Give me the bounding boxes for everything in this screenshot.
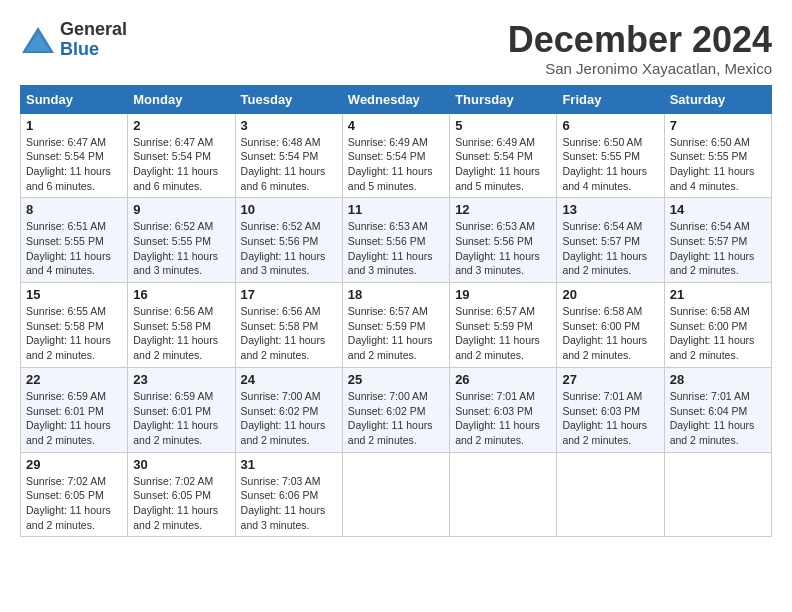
day-info: Sunrise: 7:00 AM Sunset: 6:02 PM Dayligh… [348,389,444,448]
table-row: 13 Sunrise: 6:54 AM Sunset: 5:57 PM Dayl… [557,198,664,283]
table-row: 18 Sunrise: 6:57 AM Sunset: 5:59 PM Dayl… [342,283,449,368]
day-info: Sunrise: 6:49 AM Sunset: 5:54 PM Dayligh… [455,135,551,194]
day-number: 5 [455,118,551,133]
table-row: 23 Sunrise: 6:59 AM Sunset: 6:01 PM Dayl… [128,367,235,452]
day-number: 1 [26,118,122,133]
day-info: Sunrise: 6:57 AM Sunset: 5:59 PM Dayligh… [348,304,444,363]
col-thursday: Thursday [450,85,557,113]
table-row: 12 Sunrise: 6:53 AM Sunset: 5:56 PM Dayl… [450,198,557,283]
table-row: 29 Sunrise: 7:02 AM Sunset: 6:05 PM Dayl… [21,452,128,537]
day-info: Sunrise: 6:54 AM Sunset: 5:57 PM Dayligh… [670,219,766,278]
calendar-row: 29 Sunrise: 7:02 AM Sunset: 6:05 PM Dayl… [21,452,772,537]
table-row: 20 Sunrise: 6:58 AM Sunset: 6:00 PM Dayl… [557,283,664,368]
col-wednesday: Wednesday [342,85,449,113]
day-number: 2 [133,118,229,133]
table-row: 11 Sunrise: 6:53 AM Sunset: 5:56 PM Dayl… [342,198,449,283]
day-info: Sunrise: 6:49 AM Sunset: 5:54 PM Dayligh… [348,135,444,194]
day-info: Sunrise: 6:59 AM Sunset: 6:01 PM Dayligh… [133,389,229,448]
day-info: Sunrise: 6:57 AM Sunset: 5:59 PM Dayligh… [455,304,551,363]
col-monday: Monday [128,85,235,113]
logo: General Blue [20,20,127,60]
day-info: Sunrise: 6:47 AM Sunset: 5:54 PM Dayligh… [133,135,229,194]
table-row: 22 Sunrise: 6:59 AM Sunset: 6:01 PM Dayl… [21,367,128,452]
table-row: 17 Sunrise: 6:56 AM Sunset: 5:58 PM Dayl… [235,283,342,368]
calendar-row: 22 Sunrise: 6:59 AM Sunset: 6:01 PM Dayl… [21,367,772,452]
day-info: Sunrise: 7:02 AM Sunset: 6:05 PM Dayligh… [26,474,122,533]
day-info: Sunrise: 6:50 AM Sunset: 5:55 PM Dayligh… [670,135,766,194]
day-info: Sunrise: 6:58 AM Sunset: 6:00 PM Dayligh… [670,304,766,363]
col-friday: Friday [557,85,664,113]
day-number: 30 [133,457,229,472]
col-saturday: Saturday [664,85,771,113]
day-number: 24 [241,372,337,387]
day-info: Sunrise: 7:01 AM Sunset: 6:03 PM Dayligh… [455,389,551,448]
day-info: Sunrise: 6:52 AM Sunset: 5:56 PM Dayligh… [241,219,337,278]
day-info: Sunrise: 6:56 AM Sunset: 5:58 PM Dayligh… [241,304,337,363]
table-row: 31 Sunrise: 7:03 AM Sunset: 6:06 PM Dayl… [235,452,342,537]
table-row [342,452,449,537]
day-number: 29 [26,457,122,472]
logo-icon [20,25,56,55]
day-number: 4 [348,118,444,133]
day-number: 27 [562,372,658,387]
table-row: 3 Sunrise: 6:48 AM Sunset: 5:54 PM Dayli… [235,113,342,198]
day-info: Sunrise: 6:53 AM Sunset: 5:56 PM Dayligh… [348,219,444,278]
day-number: 12 [455,202,551,217]
day-number: 19 [455,287,551,302]
day-info: Sunrise: 6:54 AM Sunset: 5:57 PM Dayligh… [562,219,658,278]
day-info: Sunrise: 7:01 AM Sunset: 6:03 PM Dayligh… [562,389,658,448]
day-number: 11 [348,202,444,217]
table-row: 30 Sunrise: 7:02 AM Sunset: 6:05 PM Dayl… [128,452,235,537]
day-number: 9 [133,202,229,217]
day-info: Sunrise: 6:51 AM Sunset: 5:55 PM Dayligh… [26,219,122,278]
logo-text: General Blue [60,20,127,60]
location: San Jeronimo Xayacatlan, Mexico [508,60,772,77]
day-info: Sunrise: 6:58 AM Sunset: 6:00 PM Dayligh… [562,304,658,363]
day-info: Sunrise: 6:55 AM Sunset: 5:58 PM Dayligh… [26,304,122,363]
day-info: Sunrise: 6:59 AM Sunset: 6:01 PM Dayligh… [26,389,122,448]
day-info: Sunrise: 6:56 AM Sunset: 5:58 PM Dayligh… [133,304,229,363]
day-info: Sunrise: 6:53 AM Sunset: 5:56 PM Dayligh… [455,219,551,278]
logo-blue: Blue [60,39,99,59]
day-number: 6 [562,118,658,133]
day-info: Sunrise: 6:47 AM Sunset: 5:54 PM Dayligh… [26,135,122,194]
day-number: 31 [241,457,337,472]
table-row [557,452,664,537]
day-info: Sunrise: 7:02 AM Sunset: 6:05 PM Dayligh… [133,474,229,533]
day-number: 22 [26,372,122,387]
day-number: 15 [26,287,122,302]
day-number: 16 [133,287,229,302]
calendar-row: 8 Sunrise: 6:51 AM Sunset: 5:55 PM Dayli… [21,198,772,283]
table-row: 7 Sunrise: 6:50 AM Sunset: 5:55 PM Dayli… [664,113,771,198]
day-number: 23 [133,372,229,387]
day-number: 3 [241,118,337,133]
day-number: 7 [670,118,766,133]
table-row: 4 Sunrise: 6:49 AM Sunset: 5:54 PM Dayli… [342,113,449,198]
month-title: December 2024 [508,20,772,60]
day-number: 21 [670,287,766,302]
table-row: 21 Sunrise: 6:58 AM Sunset: 6:00 PM Dayl… [664,283,771,368]
day-info: Sunrise: 7:01 AM Sunset: 6:04 PM Dayligh… [670,389,766,448]
table-row: 25 Sunrise: 7:00 AM Sunset: 6:02 PM Dayl… [342,367,449,452]
table-row: 26 Sunrise: 7:01 AM Sunset: 6:03 PM Dayl… [450,367,557,452]
table-row: 19 Sunrise: 6:57 AM Sunset: 5:59 PM Dayl… [450,283,557,368]
title-block: December 2024 San Jeronimo Xayacatlan, M… [508,20,772,77]
logo-general: General [60,19,127,39]
day-number: 8 [26,202,122,217]
table-row: 15 Sunrise: 6:55 AM Sunset: 5:58 PM Dayl… [21,283,128,368]
table-row: 14 Sunrise: 6:54 AM Sunset: 5:57 PM Dayl… [664,198,771,283]
calendar-row: 15 Sunrise: 6:55 AM Sunset: 5:58 PM Dayl… [21,283,772,368]
table-row [450,452,557,537]
day-number: 20 [562,287,658,302]
calendar-header-row: Sunday Monday Tuesday Wednesday Thursday… [21,85,772,113]
day-number: 10 [241,202,337,217]
day-number: 17 [241,287,337,302]
calendar-table: Sunday Monday Tuesday Wednesday Thursday… [20,85,772,538]
day-info: Sunrise: 6:50 AM Sunset: 5:55 PM Dayligh… [562,135,658,194]
col-tuesday: Tuesday [235,85,342,113]
table-row: 5 Sunrise: 6:49 AM Sunset: 5:54 PM Dayli… [450,113,557,198]
table-row: 9 Sunrise: 6:52 AM Sunset: 5:55 PM Dayli… [128,198,235,283]
table-row [664,452,771,537]
day-number: 18 [348,287,444,302]
day-number: 25 [348,372,444,387]
